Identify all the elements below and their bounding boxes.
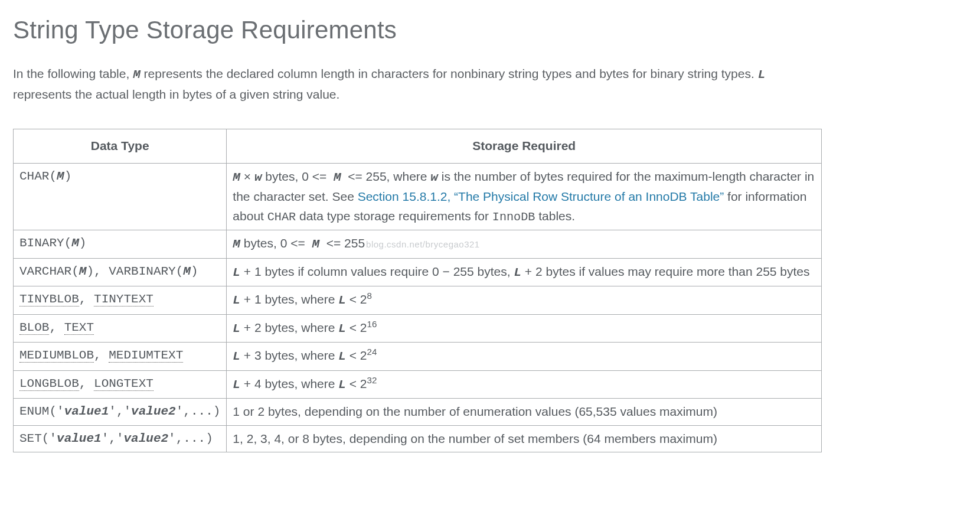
text: ' bbox=[102, 432, 109, 445]
var-L: L bbox=[514, 266, 521, 279]
var-L: L bbox=[338, 378, 346, 392]
text: , bbox=[79, 377, 94, 390]
var-M: M bbox=[233, 237, 240, 251]
text: + 1 bytes, where bbox=[240, 292, 338, 306]
text: < 2 bbox=[346, 377, 367, 390]
var-L: L bbox=[233, 266, 240, 279]
table-header-row: Data Type Storage Required bbox=[14, 129, 822, 164]
exponent: 24 bbox=[367, 347, 377, 357]
cell-storage: M bytes, 0 <= M <= 255blog.csdn.net/bryc… bbox=[227, 230, 822, 259]
table-row: SET('value1','value2',...) 1, 2, 3, 4, o… bbox=[14, 425, 822, 452]
text: <= 255, where bbox=[344, 170, 430, 183]
var-L: L bbox=[233, 294, 240, 307]
var-L: L bbox=[233, 378, 240, 392]
var-L: L bbox=[338, 294, 346, 307]
cell-data-type: CHAR(M) bbox=[14, 163, 227, 230]
cell-data-type: VARCHAR(M), VARBINARY(M) bbox=[14, 258, 227, 286]
type-longtext: LONGTEXT bbox=[94, 377, 153, 391]
text: ' bbox=[49, 432, 57, 445]
text: ' bbox=[109, 405, 116, 418]
text: <= 255 bbox=[323, 236, 365, 250]
text: , bbox=[94, 348, 109, 362]
intro-text: In the following table, bbox=[13, 67, 133, 80]
text: < 2 bbox=[346, 348, 367, 362]
type-varchar: VARCHAR bbox=[19, 265, 71, 278]
table-row: TINYBLOB, TINYTEXT L + 1 bytes, where L … bbox=[14, 286, 822, 315]
exponent: 8 bbox=[367, 291, 372, 301]
cell-data-type: MEDIUMBLOB, MEDIUMTEXT bbox=[14, 343, 227, 371]
var-M: M bbox=[79, 265, 87, 278]
table-row: BLOB, TEXT L + 2 bytes, where L < 216 bbox=[14, 314, 822, 343]
var-L: L bbox=[233, 322, 240, 335]
type-mediumblob: MEDIUMBLOB bbox=[19, 348, 94, 363]
cell-storage: M × w bytes, 0 <= M <= 255, where w is t… bbox=[227, 163, 822, 230]
var-w: w bbox=[430, 171, 438, 184]
text: , bbox=[109, 432, 116, 445]
text: data type storage requirements for bbox=[296, 209, 492, 223]
text: + 4 bytes, where bbox=[240, 377, 338, 390]
text: ' bbox=[116, 432, 124, 445]
type-binary: BINARY bbox=[19, 236, 64, 250]
var-value2: value2 bbox=[131, 405, 176, 418]
col-header-data-type: Data Type bbox=[14, 129, 227, 164]
cell-data-type: SET('value1','value2',...) bbox=[14, 425, 227, 452]
type-tinytext: TINYTEXT bbox=[94, 292, 153, 307]
text: , bbox=[183, 405, 191, 418]
var-L: L bbox=[338, 350, 346, 363]
text: ) bbox=[86, 265, 94, 278]
text: ) bbox=[191, 265, 198, 278]
var-value1: value1 bbox=[64, 405, 109, 418]
cell-storage: 1 or 2 bytes, depending on the number of… bbox=[227, 399, 822, 426]
text: ... bbox=[183, 432, 205, 445]
type-char: CHAR bbox=[19, 170, 49, 183]
var-M: M bbox=[57, 170, 64, 183]
cell-storage: L + 1 bytes if column values require 0 −… bbox=[227, 258, 822, 286]
type-varbinary: VARBINARY bbox=[109, 265, 175, 278]
type-mediumtext: MEDIUMTEXT bbox=[109, 348, 183, 363]
text: × bbox=[240, 170, 254, 183]
text: ... bbox=[191, 405, 213, 418]
intro-text: represents the declared column length in… bbox=[141, 67, 758, 80]
text: bytes, 0 <= bbox=[262, 170, 331, 183]
type-longblob: LONGBLOB bbox=[19, 377, 79, 391]
text: ( bbox=[42, 432, 50, 445]
cell-data-type: BINARY(M) bbox=[14, 230, 227, 259]
cell-storage: L + 1 bytes, where L < 28 bbox=[227, 286, 822, 315]
cell-data-type: ENUM('value1','value2',...) bbox=[14, 399, 227, 426]
var-value2: value2 bbox=[123, 432, 168, 445]
section-title: String Type Storage Requirements bbox=[13, 11, 967, 49]
var-M: M bbox=[233, 171, 240, 184]
text: , bbox=[176, 432, 184, 445]
var-value1: value1 bbox=[57, 432, 102, 445]
table-row: ENUM('value1','value2',...) 1 or 2 bytes… bbox=[14, 399, 822, 426]
table-row: CHAR(M) M × w bytes, 0 <= M <= 255, wher… bbox=[14, 163, 822, 230]
section-link[interactable]: Section 15.8.1.2, “The Physical Row Stru… bbox=[358, 190, 724, 203]
cell-data-type: BLOB, TEXT bbox=[14, 314, 227, 343]
text: ' bbox=[123, 405, 131, 418]
table-row: VARCHAR(M), VARBINARY(M) L + 1 bytes if … bbox=[14, 258, 822, 286]
text: , bbox=[79, 292, 94, 306]
storage-requirements-table: Data Type Storage Required CHAR(M) M × w… bbox=[13, 129, 822, 452]
type-enum: ENUM bbox=[19, 405, 49, 418]
var-L: L bbox=[758, 68, 766, 82]
text: ( bbox=[49, 170, 57, 183]
var-M: M bbox=[183, 265, 191, 278]
text: ( bbox=[49, 405, 57, 418]
cell-storage: 1, 2, 3, 4, or 8 bytes, depending on the… bbox=[227, 425, 822, 452]
var-M: M bbox=[133, 68, 141, 82]
text: ( bbox=[176, 265, 184, 278]
text: , bbox=[49, 321, 64, 334]
text: ' bbox=[57, 405, 64, 418]
text: < 2 bbox=[346, 321, 367, 334]
intro-text: represents the actual length in bytes of… bbox=[13, 87, 339, 101]
cell-storage: L + 4 bytes, where L < 232 bbox=[227, 370, 822, 399]
text: ' bbox=[176, 405, 184, 418]
var-w: w bbox=[254, 171, 262, 184]
text: + 2 bytes, where bbox=[240, 321, 338, 334]
text: , bbox=[116, 405, 124, 418]
text: < 2 bbox=[346, 292, 367, 306]
var-M: M bbox=[334, 171, 341, 184]
text: ' bbox=[168, 432, 176, 445]
text: tables. bbox=[535, 209, 575, 223]
type-set: SET bbox=[19, 432, 42, 445]
